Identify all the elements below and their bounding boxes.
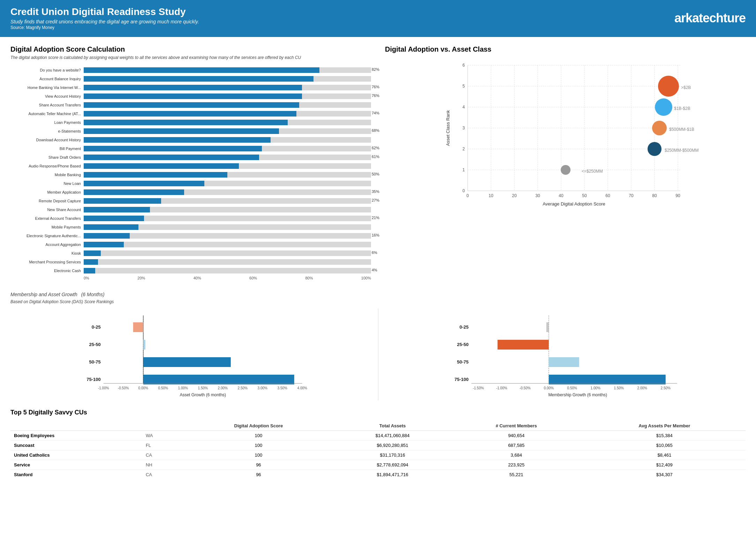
bar-label: Remote Deposit Capture: [10, 199, 84, 203]
membership-bar-50-75: [549, 357, 579, 367]
table-row: SuncoastFL100$6,920,280,851687,585$10,06…: [10, 440, 746, 450]
asset-bar-50-75: [143, 357, 231, 367]
bar-container: [84, 181, 371, 186]
bar-container: [84, 163, 371, 169]
bar-fill: 68%: [84, 128, 279, 134]
svg-text:-1.00%: -1.00%: [496, 386, 507, 390]
page-header: Credit Union Digitial Readiness Study St…: [0, 0, 756, 35]
bar-row: New Share Account: [10, 206, 371, 213]
svg-text:70: 70: [629, 193, 634, 198]
bar-label: Mobile Payments: [10, 225, 84, 229]
table-row: ServiceNH96$2,778,692,094223,925$12,409: [10, 460, 746, 470]
svg-text:50: 50: [582, 193, 587, 198]
table-row: StanfordCA96$1,894,471,71655,221$34,307: [10, 470, 746, 479]
svg-text:50-75: 50-75: [457, 359, 468, 365]
scatter-point-le250mm: [561, 165, 570, 175]
scatter-chart: 0 1 2 3 4 5 6 0 10 20 30 40 50 60 70 8: [385, 55, 746, 208]
bar-container: 68%: [84, 128, 371, 134]
svg-text:Average Digital Adoption Score: Average Digital Adoption Score: [543, 201, 605, 207]
bar-fill: [84, 120, 288, 125]
membership-bar-0-25: [546, 322, 549, 332]
svg-text:10: 10: [489, 193, 493, 198]
table-cell-score: 100: [181, 440, 336, 450]
bar-row: Electronic Cash4%: [10, 267, 371, 275]
asset-growth-svg: 0-25 25-50 50-75 75-100: [10, 308, 371, 399]
table-cell-score: 100: [181, 450, 336, 460]
svg-text:2: 2: [462, 147, 465, 151]
bar-fill: [84, 102, 299, 108]
svg-text:40: 40: [559, 193, 564, 198]
bar-fill: 74%: [84, 111, 296, 117]
table-cell-name: United Catholics: [10, 450, 142, 460]
asset-growth-chart: 0-25 25-50 50-75 75-100: [10, 308, 378, 400]
bar-label: Automatic Teller Machine (AT...: [10, 112, 84, 116]
bar-pct-label: 16%: [372, 233, 384, 237]
scatter-point-250-500mm: [648, 142, 662, 156]
membership-bar-75-100: [549, 375, 665, 384]
membership-growth-chart: 0-25 25-50 50-75 75-100: [378, 308, 746, 400]
bar-pct-label: 27%: [372, 198, 384, 202]
svg-text:2.50%: 2.50%: [660, 386, 670, 390]
svg-text:0-25: 0-25: [92, 324, 101, 330]
bar-row: Bill Payment62%: [10, 145, 371, 152]
svg-text:<=$250MM: <=$250MM: [582, 169, 603, 174]
bar-container: 16%: [84, 233, 371, 239]
bar-chart-title: Digital Adoption Score Calculation: [10, 45, 371, 53]
bar-row: Share Draft Orders61%: [10, 153, 371, 161]
bar-container: [84, 137, 371, 143]
asset-bar-75-100: [143, 375, 294, 384]
table-cell-name: Suncoast: [10, 440, 142, 450]
bar-container: [84, 120, 371, 125]
bar-container: 21%: [84, 216, 371, 221]
table-cell-members: 687,585: [449, 440, 583, 450]
table-cell-assets: $2,778,692,094: [336, 460, 449, 470]
right-panel: Digital Adoption vs. Asset Class: [385, 45, 746, 280]
table-cell-avg: $8,461: [583, 450, 746, 460]
svg-text:3.00%: 3.00%: [258, 386, 267, 390]
svg-text:80: 80: [652, 193, 657, 198]
bar-xaxis-tick: 0%: [84, 276, 89, 280]
bar-pct-label: 35%: [372, 189, 384, 194]
bar-label: Account Balance Inquiry: [10, 77, 84, 81]
svg-text:2.50%: 2.50%: [238, 386, 248, 390]
bar-row: Home Banking Via Internet W...76%: [10, 84, 371, 91]
table-cell-avg: $34,307: [583, 470, 746, 479]
bar-pct-label: 6%: [372, 250, 384, 255]
svg-text:-1.50%: -1.50%: [472, 386, 484, 390]
table-row: United CatholicsCA100$31,170,3163,684$8,…: [10, 450, 746, 460]
bar-row: Account Balance Inquiry: [10, 75, 371, 83]
table-cell-members: 3,684: [449, 450, 583, 460]
bar-fill: [84, 137, 271, 143]
bar-row: View Account History76%: [10, 92, 371, 100]
table-cell-state: CA: [142, 450, 181, 460]
scatter-title: Digital Adoption vs. Asset Class: [385, 45, 746, 53]
bar-pct-label: 68%: [372, 128, 384, 133]
header-subtitle: Study finds that credit unions embracing…: [10, 19, 199, 24]
bar-pct-label: 61%: [372, 155, 384, 159]
svg-text:1.00%: 1.00%: [590, 386, 600, 390]
bar-row: Do you have a website?82%: [10, 66, 371, 74]
bar-xaxis-tick: 80%: [305, 276, 313, 280]
bar-row: New Loan: [10, 180, 371, 187]
bar-row: Audio Response/Phone Based: [10, 162, 371, 170]
svg-text:90: 90: [675, 193, 680, 198]
table-cell-score: 100: [181, 430, 336, 440]
table-cell-state: FL: [142, 440, 181, 450]
scatter-point-500-1b: [652, 121, 667, 135]
table-row: Boeing EmployeesWA100$14,471,060,884940,…: [10, 430, 746, 440]
bar-pct-label: 4%: [372, 268, 384, 272]
svg-text:25-50: 25-50: [457, 342, 468, 347]
bar-label: Download Account History: [10, 138, 84, 142]
page-title: Credit Union Digitial Readiness Study: [10, 6, 199, 17]
svg-text:0-25: 0-25: [459, 324, 468, 330]
svg-text:4.00%: 4.00%: [297, 386, 307, 390]
bar-container: 76%: [84, 85, 371, 90]
top5-table: Digital Adoption Score Total Assets # Cu…: [10, 421, 746, 479]
bar-fill: 35%: [84, 189, 184, 195]
bar-label: Kiosk: [10, 251, 84, 255]
table-cell-avg: $10,065: [583, 440, 746, 450]
svg-text:4: 4: [462, 105, 465, 110]
bar-row: Mobile Payments: [10, 223, 371, 231]
bar-pct-label: 76%: [372, 85, 384, 89]
table-cell-members: 223,925: [449, 460, 583, 470]
